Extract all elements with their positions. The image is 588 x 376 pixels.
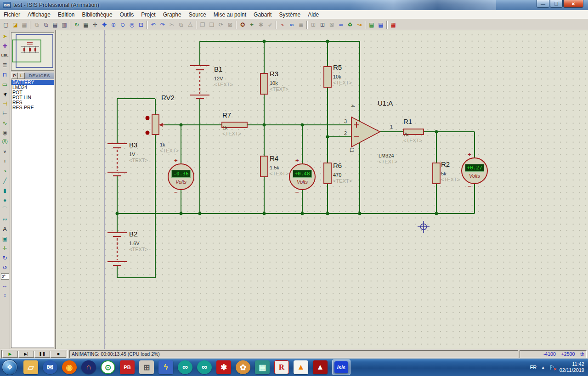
goto-child-sheet-button[interactable]: ♻ [345, 20, 355, 29]
menu-projet[interactable]: Projet [137, 11, 159, 19]
clock[interactable]: 11:42 02/11/2019 [560, 361, 584, 373]
2d-arc-tool[interactable]: ⌒ [0, 205, 10, 214]
generator-tool[interactable]: Ⓢ [0, 137, 10, 147]
minimize-button[interactable]: — [537, 0, 549, 8]
voltmeter-r4[interactable]: ++0.48Volts− [289, 163, 316, 190]
restore-button[interactable]: ❐ [550, 0, 563, 8]
2d-path-tool[interactable]: ∾ [0, 214, 10, 224]
electrical-check-button[interactable]: ▤ [376, 20, 385, 29]
schematic-overview[interactable] [11, 32, 54, 71]
menu-fichier[interactable]: Fichier [0, 11, 24, 19]
title-bar[interactable]: ISIS test - ISIS Professional (Animation… [0, 0, 588, 10]
pause-button[interactable]: ❚❚ [34, 351, 50, 358]
set-print-area-button[interactable]: ▥ [60, 20, 69, 29]
pick-devices-button[interactable]: P [11, 73, 18, 79]
2d-circle-tool[interactable]: ● [0, 195, 10, 205]
export-section-button[interactable]: ⧉ [41, 20, 51, 29]
block-move-button[interactable]: ❏ [207, 20, 216, 29]
copy-button[interactable]: ⧉ [176, 20, 186, 29]
explorer-icon[interactable]: ▱ [23, 360, 38, 374]
new-design-button[interactable]: ▢ [1, 20, 11, 29]
packaging-tool-button[interactable]: ✱ [256, 20, 266, 29]
menu-outils[interactable]: Outils [116, 11, 138, 19]
block-rotate-button[interactable]: ⟳ [216, 20, 226, 29]
isis-taskbar-icon-slot[interactable]: isis [332, 359, 351, 375]
rotate-clockwise-tool[interactable]: ↻ [0, 253, 10, 263]
greenshot-icon[interactable]: ⊙ [101, 360, 115, 374]
zoom-area-button[interactable]: ⊡ [136, 20, 146, 29]
palette-icon[interactable]: ✿ [236, 360, 250, 374]
2d-box-tool[interactable]: ▮ [0, 185, 10, 195]
menu-syst-me[interactable]: Système [275, 11, 304, 19]
menu-affichage[interactable]: Affichage [24, 11, 54, 19]
goto-next-sheet-button[interactable]: ↝ [355, 20, 364, 29]
block-delete-button[interactable]: ⊠ [226, 20, 235, 29]
adobe-reader-icon[interactable]: ▲ [313, 360, 328, 374]
current-probe-tool[interactable]: I [0, 157, 10, 166]
menu-mise-au-point[interactable]: Mise au point [210, 11, 250, 19]
paste-button[interactable]: ⧊ [186, 20, 195, 29]
arduino-icon[interactable]: ∞ [178, 360, 192, 374]
redo-button[interactable]: ↷ [158, 20, 167, 29]
stop-button[interactable]: ■ [51, 351, 66, 358]
netlist-to-ares-button[interactable]: ▦ [389, 20, 398, 29]
plugin-icon[interactable]: ✱ [216, 360, 231, 374]
menu-graphe[interactable]: Graphe [159, 11, 185, 19]
undo-button[interactable]: ↶ [149, 20, 158, 29]
2d-marker-tool[interactable]: ✛ [0, 243, 10, 253]
bill-of-materials-button[interactable]: ▤ [367, 20, 376, 29]
new-sheet-button[interactable]: ⊞ [318, 20, 327, 29]
voltmeter-rv2[interactable]: +-0.36Volts− [168, 163, 194, 190]
device-pin-tool[interactable]: ⊢ [0, 108, 10, 118]
remove-sheet-button[interactable]: ⊠ [327, 20, 336, 29]
tape-recorder-tool[interactable]: ◉ [0, 128, 10, 137]
menu-edition[interactable]: Edition [54, 11, 79, 19]
wire-autorouter-button[interactable]: ⌁ [278, 20, 287, 29]
flip-horizontal-tool[interactable]: ↔ [0, 281, 10, 290]
play-button[interactable]: ▶ [2, 351, 18, 358]
2d-symbol-tool[interactable]: ▣ [0, 234, 10, 243]
print-button[interactable]: ▤ [51, 20, 60, 29]
redraw-button[interactable]: ↻ [72, 20, 81, 29]
start-button[interactable]: ❖ [2, 359, 17, 375]
toggle-grid-button[interactable]: ▦ [81, 20, 90, 29]
isis-taskbar-icon[interactable]: isis [334, 361, 348, 373]
menu-aide[interactable]: Aide [304, 11, 322, 19]
arduino2-icon[interactable]: ∞ [197, 360, 212, 374]
firefox-icon[interactable]: ◉ [62, 360, 77, 374]
menu-source[interactable]: Source [185, 11, 210, 19]
picbasic-icon[interactable]: PB [120, 360, 135, 374]
buses-tool[interactable]: ⊓ [0, 70, 10, 79]
icprog-icon[interactable]: ⊞ [139, 360, 154, 374]
close-button[interactable]: ✕ [563, 0, 583, 8]
cut-button[interactable]: ✂ [167, 20, 176, 29]
schematic-canvas[interactable]: B112V<TEXT>RV21k<TEXT>B31V<TEXT>B21.6V<T… [56, 30, 588, 349]
vlc-icon[interactable]: ▲ [294, 360, 308, 374]
device-item-res-pre[interactable]: RES-PRE [11, 105, 54, 110]
wire-label-tool[interactable]: LBL [0, 51, 10, 60]
selection-mode-tool[interactable]: ➤ [0, 31, 10, 41]
property-assignment-button[interactable]: ≣ [296, 20, 305, 29]
flip-vertical-tool[interactable]: ↕ [0, 290, 10, 300]
action-center-flag-icon[interactable]: ⚐✕ [549, 364, 555, 371]
decompose-button[interactable]: ➶ [266, 20, 275, 29]
library-manage-button[interactable]: L [18, 73, 25, 79]
2d-text-tool[interactable]: A [0, 224, 10, 234]
paintshop-icon[interactable]: ▦ [255, 360, 270, 374]
voltmeter-output[interactable]: ++0.27Volts− [461, 157, 488, 184]
pick-parts-button[interactable]: ✪ [238, 20, 247, 29]
save-design-button[interactable]: ▦ [20, 20, 29, 29]
block-copy-button[interactable]: ❐ [198, 20, 207, 29]
simulation-graph-tool[interactable]: ∿ [0, 118, 10, 128]
tray-expand-icon[interactable]: ▲ [541, 365, 545, 370]
2d-line-tool[interactable]: ╱ [0, 176, 10, 185]
goto-parent-sheet-button[interactable]: ⇦ [336, 20, 345, 29]
menu-biblioth-que[interactable]: Bibliothèque [79, 11, 116, 19]
import-section-button[interactable]: ⧉ [32, 20, 41, 29]
zoom-out-button[interactable]: ⊖ [118, 20, 127, 29]
zoom-in-button[interactable]: ⊕ [109, 20, 118, 29]
virtual-instruments-tool[interactable]: ◔ [0, 166, 10, 176]
pan-button[interactable]: ✥ [100, 20, 109, 29]
false-origin-button[interactable]: ✛ [90, 20, 100, 29]
rotate-anticlockwise-tool[interactable]: ↺ [0, 263, 10, 272]
